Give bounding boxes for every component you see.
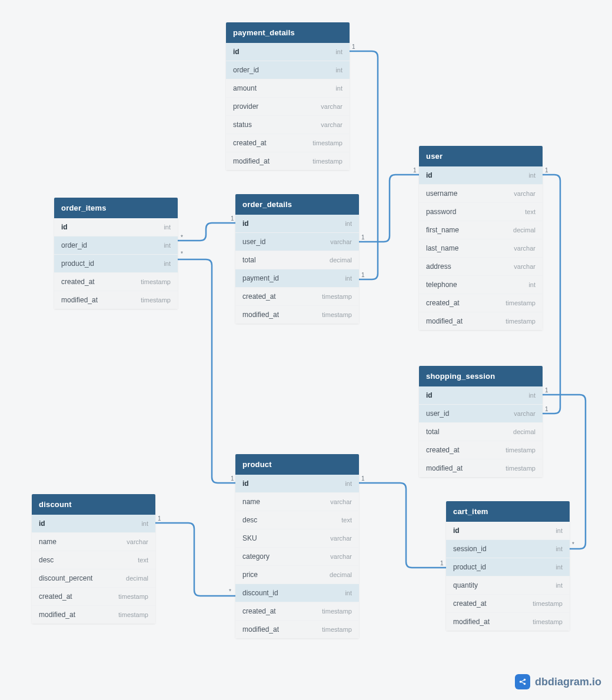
column-row[interactable]: created_attimestamp — [446, 595, 570, 613]
table-product[interactable]: productidintnamevarchardesctextSKUvarcha… — [235, 454, 359, 638]
table-order_details[interactable]: order_detailsidintuser_idvarchartotaldec… — [235, 194, 359, 324]
cardinality-label: 1 — [352, 44, 355, 50]
column-row[interactable]: usernamevarchar — [419, 185, 543, 203]
column-row[interactable]: totaldecimal — [235, 251, 359, 269]
column-name: price — [242, 571, 258, 579]
column-row[interactable]: statusvarchar — [226, 116, 350, 134]
column-row[interactable]: amountint — [226, 79, 350, 98]
column-name: password — [426, 208, 456, 216]
table-header[interactable]: payment_details — [226, 22, 350, 43]
column-row[interactable]: modified_attimestamp — [235, 306, 359, 324]
column-row[interactable]: idint — [446, 522, 570, 540]
column-name: id — [453, 526, 460, 535]
column-name: address — [426, 262, 451, 271]
column-type: int — [345, 220, 352, 227]
column-name: id — [242, 479, 249, 488]
column-row[interactable]: idint — [419, 166, 543, 185]
column-row[interactable]: order_idint — [54, 236, 178, 255]
table-header[interactable]: discount — [32, 494, 155, 515]
column-row[interactable]: created_attimestamp — [419, 441, 543, 459]
column-type: varchar — [514, 245, 536, 252]
column-row[interactable]: modified_attimestamp — [54, 291, 178, 309]
column-type: timestamp — [322, 608, 352, 615]
column-row[interactable]: telephoneint — [419, 276, 543, 294]
column-row[interactable]: product_idint — [446, 558, 570, 576]
cardinality-label: 1 — [440, 560, 444, 566]
column-name: modified_at — [39, 611, 75, 619]
table-cart_item[interactable]: cart_itemidintsession_idintproduct_idint… — [446, 501, 570, 631]
column-row[interactable]: idint — [226, 43, 350, 61]
table-shopping_session[interactable]: shopping_sessionidintuser_idvarchartotal… — [419, 366, 543, 477]
table-header[interactable]: cart_item — [446, 501, 570, 522]
column-type: text — [138, 556, 148, 564]
column-row[interactable]: quantityint — [446, 576, 570, 595]
column-row[interactable]: passwordtext — [419, 203, 543, 221]
column-row[interactable]: order_idint — [226, 61, 350, 79]
column-row[interactable]: providervarchar — [226, 98, 350, 116]
column-name: discount_id — [242, 589, 278, 597]
column-row[interactable]: created_attimestamp — [235, 288, 359, 306]
column-type: varchar — [514, 190, 536, 197]
column-row[interactable]: namevarchar — [32, 533, 155, 551]
column-row[interactable]: pricedecimal — [235, 566, 359, 584]
column-row[interactable]: created_attimestamp — [226, 134, 350, 152]
column-name: created_at — [453, 599, 487, 608]
column-row[interactable]: idint — [419, 386, 543, 405]
diagram-canvas[interactable]: * 1 * 1 1 1 1 1 1 1 1 * 1 1 * 1 payment_… — [0, 0, 612, 700]
column-row[interactable]: payment_idint — [235, 269, 359, 288]
column-row[interactable]: discount_percentdecimal — [32, 569, 155, 588]
table-order_items[interactable]: order_itemsidintorder_idintproduct_idint… — [54, 198, 178, 309]
table-header[interactable]: shopping_session — [419, 366, 543, 386]
table-payment_details[interactable]: payment_detailsidintorder_idintamountint… — [226, 22, 350, 170]
branding-logo: dbdiagram.io — [515, 674, 601, 689]
column-row[interactable]: addressvarchar — [419, 258, 543, 276]
column-row[interactable]: idint — [235, 215, 359, 233]
column-type: timestamp — [505, 446, 536, 454]
table-header[interactable]: product — [235, 454, 359, 475]
column-row[interactable]: product_idint — [54, 255, 178, 273]
table-header[interactable]: user — [419, 146, 543, 166]
column-type: timestamp — [505, 299, 536, 306]
column-row[interactable]: last_namevarchar — [419, 239, 543, 258]
column-type: int — [335, 48, 342, 55]
column-row[interactable]: user_idvarchar — [235, 233, 359, 251]
cardinality-label: 1 — [413, 167, 417, 174]
column-row[interactable]: namevarchar — [235, 493, 359, 511]
svg-rect-3 — [521, 679, 525, 682]
column-row[interactable]: modified_attimestamp — [235, 621, 359, 638]
column-row[interactable]: created_attimestamp — [419, 294, 543, 312]
column-type: timestamp — [533, 600, 563, 607]
column-row[interactable]: modified_attimestamp — [419, 459, 543, 477]
table-header[interactable]: order_items — [54, 198, 178, 218]
column-row[interactable]: idint — [54, 218, 178, 236]
cardinality-label: 1 — [158, 515, 161, 522]
table-user[interactable]: useridintusernamevarcharpasswordtextfirs… — [419, 146, 543, 330]
column-row[interactable]: first_namedecimal — [419, 221, 543, 239]
column-row[interactable]: modified_attimestamp — [419, 312, 543, 330]
column-name: user_id — [242, 238, 265, 246]
column-row[interactable]: discount_idint — [235, 584, 359, 602]
column-row[interactable]: idint — [235, 475, 359, 493]
column-row[interactable]: idint — [32, 515, 155, 533]
column-name: created_at — [426, 299, 460, 307]
column-name: desc — [242, 516, 257, 524]
column-name: provider — [233, 102, 258, 111]
column-row[interactable]: modified_attimestamp — [446, 613, 570, 631]
column-row[interactable]: modified_attimestamp — [32, 606, 155, 624]
column-row[interactable]: created_attimestamp — [32, 588, 155, 606]
column-name: total — [242, 256, 256, 264]
column-name: desc — [39, 556, 54, 564]
column-name: session_id — [453, 545, 487, 553]
column-row[interactable]: user_idvarchar — [419, 405, 543, 423]
column-row[interactable]: modified_attimestamp — [226, 152, 350, 170]
column-row[interactable]: SKUvarchar — [235, 529, 359, 548]
table-discount[interactable]: discountidintnamevarchardesctextdiscount… — [32, 494, 155, 624]
column-row[interactable]: desctext — [235, 511, 359, 529]
column-row[interactable]: categoryvarchar — [235, 548, 359, 566]
table-header[interactable]: order_details — [235, 194, 359, 215]
column-row[interactable]: created_attimestamp — [54, 273, 178, 291]
column-row[interactable]: totaldecimal — [419, 423, 543, 441]
column-row[interactable]: created_attimestamp — [235, 602, 359, 621]
column-row[interactable]: desctext — [32, 551, 155, 569]
column-row[interactable]: session_idint — [446, 540, 570, 558]
